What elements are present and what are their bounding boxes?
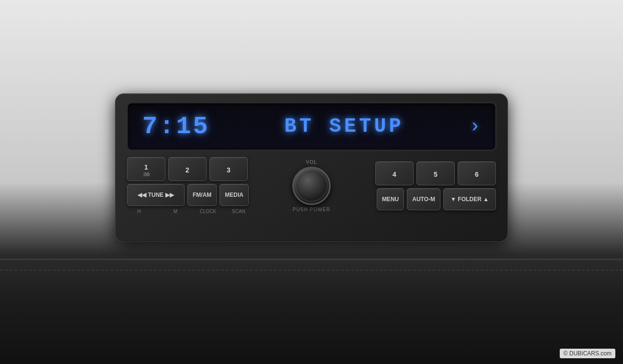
label-h: H — [130, 209, 148, 214]
right-controls: 4 5 6 MENU AUTO-M ▼ FOLDER ▲ — [340, 161, 496, 210]
action-row-left: ◀◀ TUNE ▶▶ FM/AM MEDIA — [127, 184, 283, 206]
folder-button[interactable]: ▼ FOLDER ▲ — [443, 188, 496, 210]
seat-stitching — [0, 270, 623, 271]
fm-am-button[interactable]: FM/AM — [187, 184, 217, 206]
volume-knob[interactable] — [292, 167, 331, 205]
preset-5-label: 5 — [434, 171, 438, 178]
preset-button-3[interactable]: 3 — [209, 157, 248, 181]
preset-row-left: 1 :00 2 3 — [127, 157, 283, 181]
preset-button-6[interactable]: 6 — [458, 161, 496, 185]
label-scan: SCAN — [227, 209, 251, 214]
seat-area — [0, 259, 623, 364]
action-row-right: MENU AUTO-M ▼ FOLDER ▲ — [340, 188, 496, 210]
display-time: 7:15 — [142, 113, 219, 141]
menu-button[interactable]: MENU — [377, 188, 404, 210]
preset-4-label: 4 — [392, 171, 396, 178]
preset-button-1[interactable]: 1 :00 — [127, 157, 165, 181]
display-main-text: BT SETUP — [284, 115, 404, 138]
watermark: © DUBICARS.com — [560, 349, 615, 358]
radio-unit: 7:15 BT SETUP › 1 :00 2 — [115, 93, 508, 242]
preset-button-2[interactable]: 2 — [168, 157, 207, 181]
sub-labels-row: H M CLOCK SCAN — [127, 209, 283, 214]
label-m: M — [166, 209, 185, 214]
media-button[interactable]: MEDIA — [219, 184, 249, 206]
label-clock: CLOCK — [196, 209, 220, 214]
preset-button-5[interactable]: 5 — [416, 161, 455, 185]
preset-3-label: 3 — [227, 166, 231, 174]
display-arrow: › — [469, 116, 481, 137]
volume-area: VOL PUSH POWER — [292, 159, 331, 212]
auto-m-button[interactable]: AUTO-M — [407, 188, 440, 210]
display-center: BT SETUP — [219, 115, 469, 138]
vol-label: VOL — [306, 159, 317, 165]
push-power-label: PUSH POWER — [293, 207, 330, 212]
preset-2-label: 2 — [185, 166, 189, 174]
scene: 7:15 BT SETUP › 1 :00 2 — [0, 0, 623, 364]
preset-1-sub: :00 — [143, 172, 150, 177]
preset-row-right: 4 5 6 — [340, 161, 496, 185]
left-controls: 1 :00 2 3 ◀◀ TUNE ▶▶ FM/AM MEDIA — [127, 157, 283, 214]
display-screen: 7:15 BT SETUP › — [127, 102, 496, 150]
tune-button[interactable]: ◀◀ TUNE ▶▶ — [127, 184, 185, 206]
preset-1-label: 1 — [144, 163, 148, 171]
preset-button-4[interactable]: 4 — [375, 161, 414, 185]
controls-row: 1 :00 2 3 ◀◀ TUNE ▶▶ FM/AM MEDIA — [127, 157, 496, 214]
preset-6-label: 6 — [475, 171, 479, 178]
